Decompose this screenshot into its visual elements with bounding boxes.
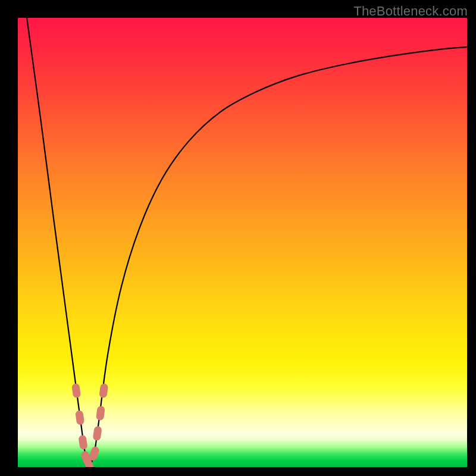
highlight-marker <box>71 383 81 399</box>
plot-area <box>18 18 467 467</box>
chart-frame: TheBottleneck.com <box>0 0 476 476</box>
highlight-marker <box>78 435 87 450</box>
curve-layer <box>18 18 467 467</box>
highlight-marker <box>96 406 105 421</box>
highlight-marker <box>93 426 102 441</box>
bottleneck-curve <box>90 47 467 467</box>
highlight-marker <box>99 383 108 399</box>
watermark-label: TheBottleneck.com <box>353 4 468 19</box>
highlight-marker <box>75 410 84 425</box>
bottleneck-curve <box>27 18 90 467</box>
